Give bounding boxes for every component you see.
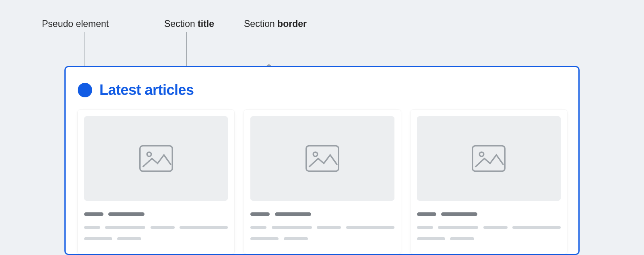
section-title: Latest articles: [99, 82, 194, 99]
card-thumbnail: [417, 116, 561, 201]
article-card[interactable]: [411, 110, 567, 254]
card-meta: [250, 210, 394, 218]
card-text-line: [417, 223, 561, 230]
svg-rect-0: [140, 146, 172, 171]
annotation-section-border: Section border: [244, 19, 307, 29]
image-placeholder-icon: [138, 144, 174, 173]
annotation-pseudo-element: Pseudo element: [42, 19, 109, 29]
svg-point-3: [313, 152, 318, 156]
card-meta: [417, 210, 561, 218]
annotation-title-prefix: Section: [164, 19, 198, 29]
article-cards: [78, 110, 566, 254]
card-thumbnail: [250, 116, 394, 201]
card-text-line: [417, 234, 561, 242]
annotation-border-bold: border: [277, 19, 307, 29]
annotation-border-prefix: Section: [244, 19, 277, 29]
svg-point-5: [480, 152, 484, 156]
annotation-pseudo-text: Pseudo element: [42, 19, 109, 29]
image-placeholder-icon: [304, 144, 341, 173]
annotation-section-title: Section title: [164, 19, 214, 29]
card-meta: [84, 210, 228, 218]
annotation-title-bold: title: [198, 19, 214, 29]
card-text-line: [84, 234, 228, 242]
article-card[interactable]: [78, 110, 234, 254]
card-thumbnail: [84, 116, 228, 201]
section-header: Latest articles: [78, 82, 566, 99]
card-text-line: [84, 223, 228, 230]
svg-point-1: [147, 152, 151, 156]
article-card[interactable]: [244, 110, 400, 254]
card-text-line: [250, 234, 394, 242]
pseudo-element-dot: [78, 83, 92, 97]
section-container: Latest articles: [64, 66, 580, 255]
svg-rect-2: [306, 146, 339, 171]
svg-rect-4: [473, 146, 505, 171]
leader-line-border: [269, 32, 269, 66]
card-text-line: [250, 223, 394, 230]
image-placeholder-icon: [471, 144, 507, 173]
